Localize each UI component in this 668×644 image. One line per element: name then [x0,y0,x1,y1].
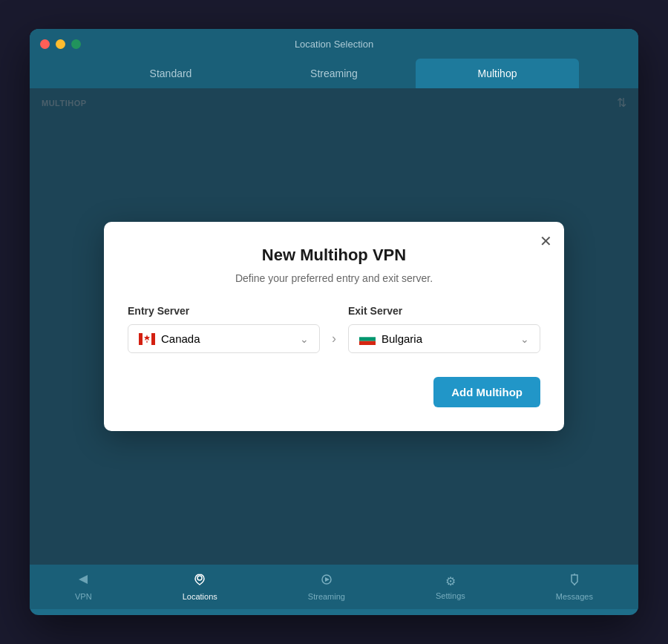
tab-standard[interactable]: Standard [89,59,252,88]
nav-label-vpn: VPN [75,592,92,601]
modal-close-button[interactable]: ✕ [540,234,552,249]
nav-item-streaming[interactable]: Streaming [308,573,345,601]
nav-item-locations[interactable]: Locations [183,573,217,601]
entry-server-select[interactable]: Canada ⌄ [128,324,320,353]
nav-item-messages[interactable]: Messages [556,573,593,601]
svg-rect-0 [139,333,143,345]
svg-point-9 [197,576,202,580]
canada-flag-icon [139,333,155,345]
tab-multihop[interactable]: Multihop [416,59,579,88]
streaming-icon [320,573,333,589]
svg-rect-6 [359,337,376,341]
title-bar: Location Selection [30,29,638,59]
app-window: Location Selection Standard Streaming Mu… [30,29,638,615]
exit-server-select[interactable]: Bulgaria ⌄ [348,324,540,353]
maximize-button[interactable] [71,39,81,49]
server-selectors: Entry Server [128,305,540,353]
arrow-between-icon: › [332,331,336,346]
entry-server-label: Entry Server [128,305,320,317]
modal-title: New Multihop VPN [128,246,540,265]
nav-item-vpn[interactable]: VPN [75,573,92,601]
window-controls [40,39,81,49]
entry-chevron-icon: ⌄ [300,333,309,345]
locations-icon [193,573,206,589]
entry-server-value: Canada [139,332,200,345]
exit-server-value: Bulgaria [359,332,422,345]
tab-bar: Standard Streaming Multihop [30,59,638,88]
exit-chevron-icon: ⌄ [520,333,529,345]
exit-server-label: Exit Server [348,305,540,317]
nav-label-streaming: Streaming [308,592,345,601]
svg-rect-4 [147,341,148,343]
nav-label-locations: Locations [183,592,217,601]
exit-server-country: Bulgaria [382,332,422,345]
nav-label-messages: Messages [556,592,593,601]
tab-streaming[interactable]: Streaming [252,59,416,88]
svg-marker-11 [325,577,330,582]
modal-subtitle: Define your preferred entry and exit ser… [128,272,540,284]
vpn-icon [76,573,90,589]
svg-marker-8 [79,575,88,584]
nav-item-settings[interactable]: ⚙ Settings [436,574,465,600]
modal-dialog: ✕ New Multihop VPN Define your preferred… [104,222,564,431]
close-button[interactable] [40,39,50,49]
minimize-button[interactable] [56,39,65,49]
svg-rect-2 [151,333,155,345]
modal-overlay: ✕ New Multihop VPN Define your preferred… [30,88,638,565]
window-title: Location Selection [295,39,373,50]
add-multihop-button[interactable]: Add Multihop [433,377,540,407]
settings-icon: ⚙ [445,574,456,588]
nav-label-settings: Settings [436,591,465,600]
messages-icon [569,573,580,589]
bulgaria-flag-icon [359,333,376,345]
exit-server-group: Exit Server Bulgaria [348,305,540,353]
svg-rect-7 [359,341,376,344]
entry-server-country: Canada [161,332,200,345]
entry-server-group: Entry Server [128,305,320,353]
bottom-nav: VPN Locations Streaming [30,565,638,609]
